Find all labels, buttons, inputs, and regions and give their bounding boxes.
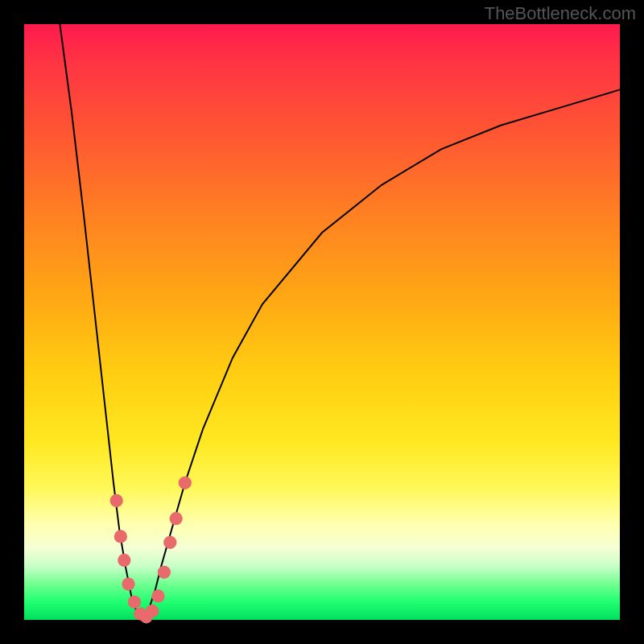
- data-marker: [158, 566, 171, 579]
- chart-frame: TheBottleneck.com: [0, 0, 644, 644]
- watermark-text: TheBottleneck.com: [485, 3, 636, 24]
- data-marker: [118, 554, 130, 567]
- data-marker: [179, 477, 192, 489]
- data-marker: [114, 530, 127, 543]
- data-marker: [122, 577, 134, 590]
- left-curve: [60, 24, 143, 620]
- data-marker: [163, 536, 176, 549]
- right-curve: [143, 89, 620, 620]
- data-marker: [128, 596, 141, 609]
- curve-layer: [24, 24, 620, 620]
- data-marker: [151, 589, 164, 602]
- data-marker: [110, 494, 123, 507]
- data-marker: [146, 605, 159, 617]
- data-marker: [170, 512, 183, 525]
